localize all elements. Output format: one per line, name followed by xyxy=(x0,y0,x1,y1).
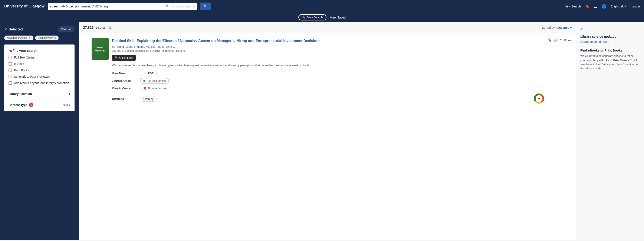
full-text-checkbox[interactable] xyxy=(8,56,12,59)
filter-tag-newspaper[interactable]: Newspaper Article ✕ xyxy=(4,36,34,40)
library-updates-title: Library service updates xyxy=(580,35,640,38)
scholarly-checkbox[interactable] xyxy=(8,75,12,78)
ebooks-section: Find eBooks or Print Books We've introdu… xyxy=(580,48,640,70)
refine-title: Refine your search xyxy=(8,49,70,52)
result-icons: 🔖 🔗 ❝ ✉ ••• xyxy=(548,38,572,105)
filter-beyond-collection[interactable]: Add results beyond our library's collect… xyxy=(8,81,70,85)
sort-link[interactable]: Sort ▾ xyxy=(63,104,70,107)
result-item: 1 Applied Psychology Political Skill: Ex… xyxy=(79,33,576,110)
content-type-label[interactable]: Content Type -2 xyxy=(8,103,33,107)
save-search-button[interactable]: 🔖 Save Search xyxy=(298,14,326,20)
library-hours-link[interactable]: Library opening hours xyxy=(580,40,609,44)
library-updates-section: Library service updates Library opening … xyxy=(580,35,640,44)
action-icons-row: 🔖 🔗 ❝ ✉ ••• xyxy=(548,38,572,42)
library-location-section[interactable]: Library Location ▾ xyxy=(8,92,70,96)
remove-book-review-icon[interactable]: ✕ xyxy=(54,36,56,40)
ebooks-title: Find eBooks or Print Books xyxy=(580,48,640,52)
login-link[interactable]: Log in xyxy=(632,5,640,8)
result-number: 1 xyxy=(83,38,88,105)
globe-icon[interactable]: 🌐 xyxy=(602,4,606,9)
pdf-button[interactable]: 📄 PDF xyxy=(140,71,157,76)
filter-ebooks[interactable]: eBooks xyxy=(8,62,70,66)
header: University of Glasgow ✕ Advanced search … xyxy=(0,0,644,22)
bookmark-result-icon[interactable]: 🔖 xyxy=(548,38,552,42)
content-type-section[interactable]: Content Type -2 Sort ▾ xyxy=(8,103,70,107)
result-content: Political Skill: Explaining the Effects … xyxy=(112,38,544,105)
sidebar: ✓ Selected Clear all Newspaper Article ✕… xyxy=(0,22,79,240)
citations-label: Citations xyxy=(112,97,138,100)
results-header: 27,829 results 📡 Sorted by relevance ▾ xyxy=(79,22,576,33)
green-dot-icon xyxy=(143,80,146,82)
result-journal: Journal of applied psychology, 11/2013, … xyxy=(112,49,544,52)
view-now-row: View Now 📄 PDF xyxy=(112,71,544,76)
expand-panel-arrow[interactable]: > xyxy=(580,26,640,31)
result-actions: View Now 📄 PDF Journal Article Full Text… xyxy=(112,71,544,105)
svg-text:68: 68 xyxy=(538,97,540,100)
bookmark-small-icon: 🔖 xyxy=(302,16,306,19)
journal-article-row: Journal Article Full Text Online xyxy=(112,78,544,84)
filter-scholarly[interactable]: Scholarly & Peer-Reviewed xyxy=(8,75,70,78)
rss-icon[interactable]: 📡 xyxy=(108,26,112,30)
view-saved-link[interactable]: View Saved xyxy=(330,16,346,19)
main-layout: ✓ Selected Clear all Newspaper Article ✕… xyxy=(0,22,644,240)
advanced-search-link[interactable]: Advanced search xyxy=(172,5,195,8)
search-divider xyxy=(170,4,170,8)
search-button[interactable]: 🔍 xyxy=(200,2,210,10)
author-huang[interactable]: Huang, Laura xyxy=(116,45,132,48)
browse-journal-button[interactable]: 📚 Browse Journal xyxy=(140,86,170,91)
clear-all-button[interactable]: Clear all xyxy=(58,26,74,32)
quote-icon[interactable]: ❝ xyxy=(560,38,562,42)
content-type-badge: -2 xyxy=(29,103,33,107)
search-icon: 🔍 xyxy=(204,4,208,8)
journal-icon: 📚 xyxy=(143,87,147,90)
right-panel: > Library service updates Library openin… xyxy=(576,22,644,240)
email-icon[interactable]: ✉ xyxy=(564,38,566,42)
view-now-label: View Now xyxy=(112,72,138,75)
bookmark-icon[interactable]: 🔖 xyxy=(585,4,590,9)
result-title-link[interactable]: Political Skill: Explaining the Effects … xyxy=(112,38,544,44)
view-in-context-row: View in Context 📚 Browse Journal xyxy=(112,86,544,91)
sort-by: Sorted by relevance ▾ xyxy=(542,26,572,30)
ebooks-text: We've introduced separate options to ref… xyxy=(580,54,640,70)
full-text-button[interactable]: Full Text Online xyxy=(140,78,169,84)
quick-look-button[interactable]: 🔍 Quick Look xyxy=(112,55,136,61)
book-cover-title: Psychology xyxy=(95,50,106,52)
more-icon[interactable]: ••• xyxy=(568,38,572,42)
sidebar-white: Refine your search Full Text Online eBoo… xyxy=(4,44,74,111)
cited-by-button[interactable]: Cited by xyxy=(140,96,157,102)
university-logo: University of Glasgow xyxy=(4,4,44,8)
results-count: 27,829 results 📡 xyxy=(83,26,112,30)
result-authors: by Huang, Laura; Frideger, Marcia; Pearc… xyxy=(112,45,544,48)
book-cover-journal-label: Applied xyxy=(97,46,103,48)
scholarly-label: Scholarly & Peer-Reviewed xyxy=(14,75,50,78)
magnifier-icon: 🔍 xyxy=(114,56,118,60)
new-search-link[interactable]: New Search xyxy=(564,5,581,8)
print-books-label: Print Books xyxy=(14,68,30,72)
results-area: 27,829 results 📡 Sorted by relevance ▾ 1… xyxy=(79,22,576,240)
remove-newspaper-icon[interactable]: ✕ xyxy=(29,36,31,40)
beyond-collection-checkbox[interactable] xyxy=(8,81,12,85)
full-text-label: Full Text Online xyxy=(14,56,34,59)
view-in-context-label: View in Context xyxy=(112,87,138,90)
link-icon[interactable]: 🔗 xyxy=(554,38,558,42)
header-nav: New Search 🔖 ☰ 🌐 English (UK) Log in xyxy=(564,4,640,9)
search-bar: ✕ Advanced search xyxy=(48,3,197,10)
citations-row: Citations Cited by 68 xyxy=(112,93,544,105)
author-frideger[interactable]: Frideger, Marcia xyxy=(134,45,154,48)
sort-relevance-link[interactable]: relevance ▾ xyxy=(556,26,572,30)
book-cover: Applied Psychology xyxy=(92,38,108,60)
filter-print-books[interactable]: Print Books xyxy=(8,68,70,72)
filter-full-text[interactable]: Full Text Online xyxy=(8,56,70,59)
search-clear-button[interactable]: ✕ xyxy=(166,4,168,8)
author-pearce[interactable]: Pearce, Jone L. xyxy=(156,45,175,48)
language-label: English (UK) xyxy=(610,5,628,8)
filter-tag-book-review[interactable]: Book Review ✕ xyxy=(35,36,58,40)
ebooks-checkbox[interactable] xyxy=(8,62,12,66)
journal-article-label: Journal Article xyxy=(112,79,138,82)
menu-icon[interactable]: ☰ xyxy=(594,4,597,9)
chevron-down-icon[interactable]: ▾ xyxy=(68,92,70,96)
sidebar-header: ✓ Selected Clear all xyxy=(4,26,74,32)
selected-label: ✓ Selected xyxy=(4,27,23,31)
print-books-checkbox[interactable] xyxy=(8,68,12,72)
search-input[interactable] xyxy=(50,4,164,8)
